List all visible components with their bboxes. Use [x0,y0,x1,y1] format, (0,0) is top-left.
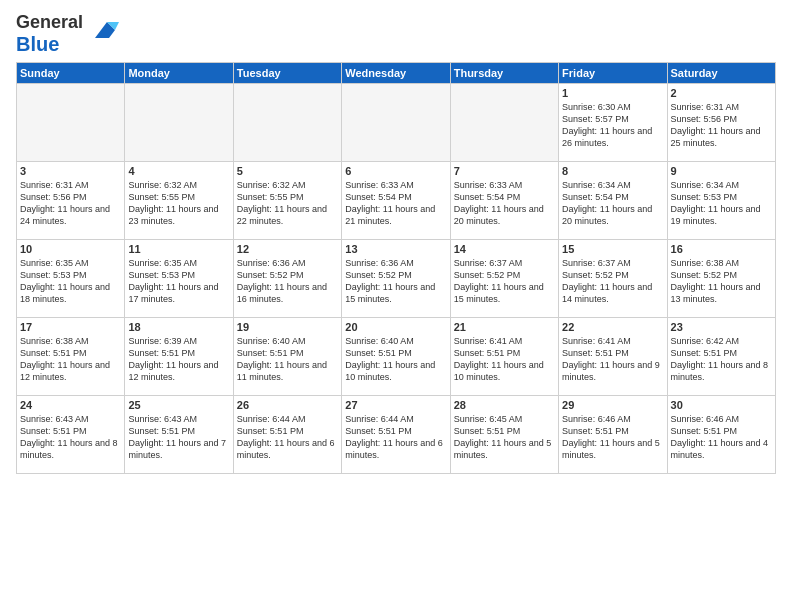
day-info: Sunrise: 6:34 AM Sunset: 5:53 PM Dayligh… [671,179,772,228]
day-cell [125,84,233,162]
day-number: 17 [20,321,121,333]
day-cell: 10Sunrise: 6:35 AM Sunset: 5:53 PM Dayli… [17,240,125,318]
day-info: Sunrise: 6:31 AM Sunset: 5:56 PM Dayligh… [20,179,121,228]
day-info: Sunrise: 6:43 AM Sunset: 5:51 PM Dayligh… [20,413,121,462]
day-number: 7 [454,165,555,177]
day-cell: 3Sunrise: 6:31 AM Sunset: 5:56 PM Daylig… [17,162,125,240]
day-info: Sunrise: 6:32 AM Sunset: 5:55 PM Dayligh… [128,179,229,228]
day-number: 5 [237,165,338,177]
day-cell: 20Sunrise: 6:40 AM Sunset: 5:51 PM Dayli… [342,318,450,396]
day-number: 22 [562,321,663,333]
day-number: 20 [345,321,446,333]
day-cell: 14Sunrise: 6:37 AM Sunset: 5:52 PM Dayli… [450,240,558,318]
day-info: Sunrise: 6:31 AM Sunset: 5:56 PM Dayligh… [671,101,772,150]
day-number: 21 [454,321,555,333]
day-number: 13 [345,243,446,255]
day-number: 29 [562,399,663,411]
day-number: 25 [128,399,229,411]
day-number: 6 [345,165,446,177]
day-cell: 22Sunrise: 6:41 AM Sunset: 5:51 PM Dayli… [559,318,667,396]
day-info: Sunrise: 6:34 AM Sunset: 5:54 PM Dayligh… [562,179,663,228]
day-cell: 27Sunrise: 6:44 AM Sunset: 5:51 PM Dayli… [342,396,450,474]
day-cell: 23Sunrise: 6:42 AM Sunset: 5:51 PM Dayli… [667,318,775,396]
day-info: Sunrise: 6:37 AM Sunset: 5:52 PM Dayligh… [454,257,555,306]
logo-text: General Blue [16,12,83,56]
day-info: Sunrise: 6:44 AM Sunset: 5:51 PM Dayligh… [237,413,338,462]
calendar-page: General Blue SundayMondayTuesdayWednesda… [0,0,792,612]
day-number: 23 [671,321,772,333]
day-cell: 19Sunrise: 6:40 AM Sunset: 5:51 PM Dayli… [233,318,341,396]
day-number: 9 [671,165,772,177]
day-cell: 17Sunrise: 6:38 AM Sunset: 5:51 PM Dayli… [17,318,125,396]
week-row-4: 17Sunrise: 6:38 AM Sunset: 5:51 PM Dayli… [17,318,776,396]
day-cell: 24Sunrise: 6:43 AM Sunset: 5:51 PM Dayli… [17,396,125,474]
header-row: SundayMondayTuesdayWednesdayThursdayFrid… [17,63,776,84]
day-cell: 8Sunrise: 6:34 AM Sunset: 5:54 PM Daylig… [559,162,667,240]
day-number: 19 [237,321,338,333]
day-cell: 15Sunrise: 6:37 AM Sunset: 5:52 PM Dayli… [559,240,667,318]
day-info: Sunrise: 6:41 AM Sunset: 5:51 PM Dayligh… [562,335,663,384]
col-header-sunday: Sunday [17,63,125,84]
calendar-table: SundayMondayTuesdayWednesdayThursdayFrid… [16,62,776,474]
day-info: Sunrise: 6:32 AM Sunset: 5:55 PM Dayligh… [237,179,338,228]
day-number: 2 [671,87,772,99]
day-number: 28 [454,399,555,411]
col-header-wednesday: Wednesday [342,63,450,84]
day-number: 18 [128,321,229,333]
day-number: 30 [671,399,772,411]
day-info: Sunrise: 6:33 AM Sunset: 5:54 PM Dayligh… [454,179,555,228]
day-info: Sunrise: 6:43 AM Sunset: 5:51 PM Dayligh… [128,413,229,462]
day-number: 14 [454,243,555,255]
header: General Blue [16,12,776,56]
day-info: Sunrise: 6:36 AM Sunset: 5:52 PM Dayligh… [237,257,338,306]
day-number: 24 [20,399,121,411]
day-info: Sunrise: 6:44 AM Sunset: 5:51 PM Dayligh… [345,413,446,462]
col-header-tuesday: Tuesday [233,63,341,84]
day-number: 10 [20,243,121,255]
day-cell: 5Sunrise: 6:32 AM Sunset: 5:55 PM Daylig… [233,162,341,240]
day-cell: 16Sunrise: 6:38 AM Sunset: 5:52 PM Dayli… [667,240,775,318]
day-number: 4 [128,165,229,177]
day-info: Sunrise: 6:40 AM Sunset: 5:51 PM Dayligh… [237,335,338,384]
day-number: 26 [237,399,338,411]
logo-icon [87,14,119,46]
day-info: Sunrise: 6:30 AM Sunset: 5:57 PM Dayligh… [562,101,663,150]
day-cell: 9Sunrise: 6:34 AM Sunset: 5:53 PM Daylig… [667,162,775,240]
day-info: Sunrise: 6:46 AM Sunset: 5:51 PM Dayligh… [562,413,663,462]
day-cell [233,84,341,162]
day-cell [342,84,450,162]
day-info: Sunrise: 6:36 AM Sunset: 5:52 PM Dayligh… [345,257,446,306]
day-info: Sunrise: 6:41 AM Sunset: 5:51 PM Dayligh… [454,335,555,384]
col-header-saturday: Saturday [667,63,775,84]
day-cell: 12Sunrise: 6:36 AM Sunset: 5:52 PM Dayli… [233,240,341,318]
day-info: Sunrise: 6:35 AM Sunset: 5:53 PM Dayligh… [20,257,121,306]
day-number: 27 [345,399,446,411]
day-info: Sunrise: 6:33 AM Sunset: 5:54 PM Dayligh… [345,179,446,228]
day-cell: 26Sunrise: 6:44 AM Sunset: 5:51 PM Dayli… [233,396,341,474]
day-number: 1 [562,87,663,99]
day-cell: 30Sunrise: 6:46 AM Sunset: 5:51 PM Dayli… [667,396,775,474]
day-cell: 25Sunrise: 6:43 AM Sunset: 5:51 PM Dayli… [125,396,233,474]
day-cell [450,84,558,162]
day-cell: 13Sunrise: 6:36 AM Sunset: 5:52 PM Dayli… [342,240,450,318]
week-row-1: 1Sunrise: 6:30 AM Sunset: 5:57 PM Daylig… [17,84,776,162]
day-cell [17,84,125,162]
week-row-5: 24Sunrise: 6:43 AM Sunset: 5:51 PM Dayli… [17,396,776,474]
day-cell: 29Sunrise: 6:46 AM Sunset: 5:51 PM Dayli… [559,396,667,474]
logo: General Blue [16,12,119,56]
day-number: 15 [562,243,663,255]
day-info: Sunrise: 6:37 AM Sunset: 5:52 PM Dayligh… [562,257,663,306]
week-row-2: 3Sunrise: 6:31 AM Sunset: 5:56 PM Daylig… [17,162,776,240]
day-info: Sunrise: 6:46 AM Sunset: 5:51 PM Dayligh… [671,413,772,462]
day-info: Sunrise: 6:42 AM Sunset: 5:51 PM Dayligh… [671,335,772,384]
day-cell: 2Sunrise: 6:31 AM Sunset: 5:56 PM Daylig… [667,84,775,162]
day-cell: 1Sunrise: 6:30 AM Sunset: 5:57 PM Daylig… [559,84,667,162]
day-info: Sunrise: 6:45 AM Sunset: 5:51 PM Dayligh… [454,413,555,462]
col-header-monday: Monday [125,63,233,84]
col-header-thursday: Thursday [450,63,558,84]
day-number: 8 [562,165,663,177]
col-header-friday: Friday [559,63,667,84]
day-cell: 4Sunrise: 6:32 AM Sunset: 5:55 PM Daylig… [125,162,233,240]
day-cell: 11Sunrise: 6:35 AM Sunset: 5:53 PM Dayli… [125,240,233,318]
day-info: Sunrise: 6:38 AM Sunset: 5:52 PM Dayligh… [671,257,772,306]
